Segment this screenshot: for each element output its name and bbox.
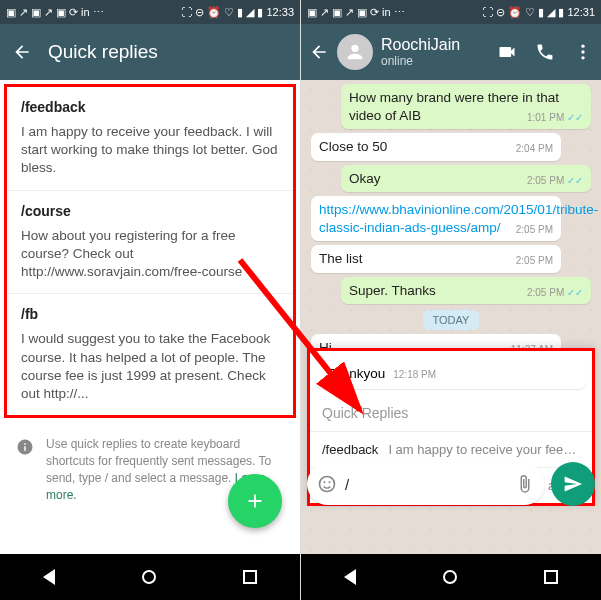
incoming-message: Thankyou12:18 PM xyxy=(316,357,586,389)
quick-reply-item[interactable]: /feedback I am happy to receive your fee… xyxy=(7,87,293,191)
add-quick-reply-fab[interactable] xyxy=(228,474,282,528)
send-icon xyxy=(563,474,583,494)
chat-message[interactable]: The list2:05 PM xyxy=(311,245,561,273)
status-bar: ▣↗▣↗▣⟳in⋯ ⛶⊝⏰♡▮◢▮12:31 xyxy=(301,0,601,24)
nav-home-icon[interactable] xyxy=(443,570,457,584)
contact-info[interactable]: RoochiJain online xyxy=(381,36,489,68)
quick-reply-command: /course xyxy=(21,203,279,219)
contact-name: RoochiJain xyxy=(381,36,489,54)
more-icon[interactable] xyxy=(573,42,593,62)
svg-point-3 xyxy=(320,477,335,492)
contact-avatar[interactable] xyxy=(337,34,373,70)
nav-back-icon[interactable] xyxy=(344,569,356,585)
quick-reply-item[interactable]: /course How about you registering for a … xyxy=(7,191,293,295)
svg-point-2 xyxy=(581,56,584,59)
nav-recent-icon[interactable] xyxy=(544,570,558,584)
svg-point-0 xyxy=(581,45,584,48)
android-navbar xyxy=(0,554,300,600)
appbar: Quick replies xyxy=(0,24,300,80)
message-input[interactable]: / xyxy=(307,463,545,505)
quick-reply-command: /fb xyxy=(21,306,279,322)
nav-recent-icon[interactable] xyxy=(243,570,257,584)
info-icon xyxy=(16,438,34,456)
back-icon[interactable] xyxy=(309,42,329,62)
day-separator: TODAY xyxy=(301,310,601,328)
chat-appbar: RoochiJain online xyxy=(301,24,601,80)
android-navbar xyxy=(301,554,601,600)
phone-left: ▣↗▣↗▣⟳in⋯ ⛶⊝⏰♡▮◢▮12:33 Quick replies /fe… xyxy=(0,0,300,600)
highlight-box: /feedback I am happy to receive your fee… xyxy=(4,84,296,418)
chat-message[interactable]: https://www.bhavinionline.com/2015/01/tr… xyxy=(311,196,561,241)
status-bar: ▣↗▣↗▣⟳in⋯ ⛶⊝⏰♡▮◢▮12:33 xyxy=(0,0,300,24)
chat-message[interactable]: Okay2:05 PM xyxy=(341,165,591,193)
chat-message[interactable]: Close to 502:04 PM xyxy=(311,133,561,161)
svg-point-1 xyxy=(581,50,584,53)
plus-icon xyxy=(244,490,266,512)
page-title: Quick replies xyxy=(48,41,288,63)
quick-reply-item[interactable]: /fb I would suggest you to take the Face… xyxy=(7,294,293,415)
chat-body[interactable]: How many brand were there in that video … xyxy=(301,80,601,554)
voice-call-icon[interactable] xyxy=(535,42,555,62)
send-button[interactable] xyxy=(551,462,595,506)
back-icon[interactable] xyxy=(12,42,32,62)
svg-point-4 xyxy=(324,481,326,483)
attach-icon[interactable] xyxy=(515,474,535,494)
quick-reply-message: How about you registering for a free cou… xyxy=(21,227,279,282)
svg-point-5 xyxy=(329,481,331,483)
quick-reply-message: I would suggest you to take the Facebook… xyxy=(21,330,279,403)
contact-status: online xyxy=(381,54,489,68)
quick-replies-list: /feedback I am happy to receive your fee… xyxy=(0,84,300,517)
chat-message[interactable]: How many brand were there in that video … xyxy=(341,84,591,129)
input-text: / xyxy=(345,476,515,493)
video-call-icon[interactable] xyxy=(497,42,517,62)
quick-reply-message: I am happy to receive your feedback. I w… xyxy=(21,123,279,178)
emoji-icon[interactable] xyxy=(317,474,337,494)
chat-message[interactable]: Super. Thanks2:05 PM xyxy=(341,277,591,305)
message-input-row: / xyxy=(307,462,595,506)
popup-title: Quick Replies xyxy=(310,395,592,431)
nav-home-icon[interactable] xyxy=(142,570,156,584)
quick-reply-command: /feedback xyxy=(21,99,279,115)
phone-right: ▣↗▣↗▣⟳in⋯ ⛶⊝⏰♡▮◢▮12:31 RoochiJain online… xyxy=(301,0,601,600)
message-time: 12:18 PM xyxy=(393,369,436,380)
nav-back-icon[interactable] xyxy=(43,569,55,585)
